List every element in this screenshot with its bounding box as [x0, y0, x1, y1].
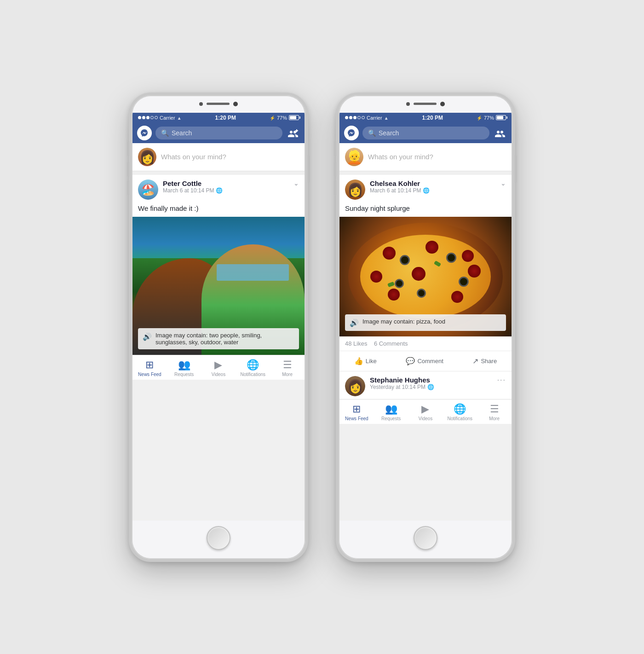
search-icon-1: 🔍: [161, 129, 169, 137]
post-image-2: 🔊 Image may contain: pizza, food: [339, 217, 512, 336]
phone-2: Carrier 1:20 PM 77% 🔍 Search: [336, 93, 515, 562]
status-left-2: Carrier: [345, 115, 389, 121]
next-post-author-2: Stephanie Hughes: [370, 376, 493, 384]
post-time-1: March 6 at 10:14 PM 🌐: [163, 187, 289, 194]
post-header-1: Peter Cottle March 6 at 10:14 PM 🌐 ⌄: [132, 175, 305, 203]
caption-text-2: Image may contain: pizza, food: [362, 318, 445, 325]
post-avatar-1: [138, 179, 158, 200]
share-icon-2: ↗: [472, 357, 478, 365]
requests-icon-1: 👥: [178, 359, 190, 371]
messenger-icon-2[interactable]: [344, 126, 359, 140]
next-post-card-2: Stephanie Hughes Yesterday at 10:14 PM 🌐…: [339, 371, 512, 399]
like-button-2[interactable]: 👍 Like: [347, 353, 384, 369]
notifications-icon-2: 🌐: [454, 403, 466, 415]
carrier-1: Carrier: [160, 115, 175, 121]
next-post-avatar-img-2: [345, 376, 365, 396]
comment-button-2[interactable]: 💬 Comment: [398, 353, 450, 369]
nav-label-newsfeed-1: News Feed: [138, 372, 161, 377]
more-icon-2: ☰: [490, 403, 499, 415]
user-avatar-img-2: [345, 148, 363, 166]
user-avatar-1: [138, 148, 156, 166]
phone-1: Carrier 1:20 PM 77% 🔍 Search: [129, 93, 308, 562]
phone-top-1: [132, 96, 305, 113]
home-button-2[interactable]: [414, 526, 437, 550]
signal-dot-4: [150, 116, 154, 119]
post-avatar-img-1: [138, 179, 158, 200]
post-options-2[interactable]: ⌄: [500, 179, 506, 187]
user-avatar-img-1: [138, 148, 156, 166]
signal-dot-2-3: [353, 116, 356, 119]
nav-newsfeed-2[interactable]: ⊞ News Feed: [339, 402, 374, 422]
nav-label-newsfeed-2: News Feed: [345, 416, 368, 421]
newsfeed-icon-2: ⊞: [352, 403, 361, 415]
nav-notifications-1[interactable]: 🌐 Notifications: [236, 358, 270, 378]
post-meta-1: Peter Cottle March 6 at 10:14 PM 🌐: [163, 179, 289, 194]
nav-videos-2[interactable]: ▶ Videos: [408, 402, 443, 422]
screen-content-1: Whats on your mind? Peter Cottle March 6…: [132, 143, 305, 521]
front-camera-1: [199, 102, 203, 106]
status-update-box-1[interactable]: Whats on your mind?: [132, 143, 305, 171]
search-bar-1[interactable]: 🔍 Search: [155, 127, 282, 139]
camera-lens-1: [233, 102, 238, 106]
fb-navbar-1: 🔍 Search: [132, 123, 305, 143]
status-left-1: Carrier: [138, 115, 182, 121]
nav-label-requests-1: Requests: [174, 372, 194, 377]
requests-icon-2: 👥: [385, 403, 397, 415]
status-placeholder-2[interactable]: Whats on your mind?: [368, 153, 433, 161]
more-icon-1: ☰: [283, 359, 292, 371]
search-bar-2[interactable]: 🔍 Search: [362, 127, 489, 139]
like-icon-2: 👍: [354, 357, 363, 365]
nav-label-requests-2: Requests: [381, 416, 401, 421]
videos-icon-1: ▶: [214, 359, 222, 371]
nav-newsfeed-1[interactable]: ⊞ News Feed: [132, 358, 167, 378]
post-author-1: Peter Cottle: [163, 179, 289, 187]
phone-bottom-1: [132, 521, 305, 558]
post-header-2: Chelsea Kohler March 6 at 10:14 PM 🌐 ⌄: [339, 175, 512, 203]
post-card-1: Peter Cottle March 6 at 10:14 PM 🌐 ⌄ We …: [132, 175, 305, 355]
globe-icon-2: 🌐: [423, 187, 430, 194]
signal-dot-2-4: [357, 116, 361, 119]
bottom-nav-1: ⊞ News Feed 👥 Requests ▶ Videos 🌐 Notifi…: [132, 355, 305, 380]
image-caption-2: 🔊 Image may contain: pizza, food: [345, 314, 506, 331]
status-update-box-2[interactable]: Whats on your mind?: [339, 143, 512, 171]
friends-icon-1[interactable]: [286, 126, 300, 140]
nav-notifications-2[interactable]: 🌐 Notifications: [443, 402, 477, 422]
next-post-meta-2: Stephanie Hughes Yesterday at 10:14 PM 🌐: [370, 376, 493, 390]
bt-icon-1: [270, 115, 275, 121]
next-post-avatar-2: [345, 376, 365, 396]
next-post-options-2[interactable]: ···: [497, 376, 506, 384]
nav-requests-2[interactable]: 👥 Requests: [374, 402, 408, 422]
next-post-time-2: Yesterday at 10:14 PM 🌐: [370, 384, 493, 390]
post-card-2: Chelsea Kohler March 6 at 10:14 PM 🌐 ⌄ S…: [339, 175, 512, 371]
speaker-1: [207, 103, 230, 105]
time-2: 1:20 PM: [422, 115, 443, 121]
friends-icon-2[interactable]: [493, 126, 507, 140]
image-caption-1: 🔊 Image may contain: two people, smiling…: [138, 328, 299, 349]
fb-navbar-2: 🔍 Search: [339, 123, 512, 143]
messenger-icon-1[interactable]: [137, 126, 152, 140]
signal-dot-2-2: [349, 116, 352, 119]
sound-icon-2: 🔊: [350, 318, 359, 327]
home-button-1[interactable]: [207, 526, 230, 550]
speaker-2: [414, 103, 437, 105]
nav-more-1[interactable]: ☰ More: [270, 358, 305, 378]
signal-dot-2: [142, 116, 145, 119]
battery-fill-1: [290, 116, 296, 119]
user-avatar-2: [345, 148, 363, 166]
nav-requests-1[interactable]: 👥 Requests: [167, 358, 201, 378]
share-button-2[interactable]: ↗ Share: [465, 353, 504, 369]
signal-dots-2: [345, 116, 365, 119]
post-avatar-img-2: [345, 179, 365, 200]
nav-more-2[interactable]: ☰ More: [477, 402, 512, 422]
phone-bottom-2: [339, 521, 512, 558]
battery-fill-2: [497, 116, 503, 119]
status-placeholder-1[interactable]: Whats on your mind?: [161, 153, 226, 161]
signal-dot-2-5: [362, 116, 365, 119]
nav-videos-1[interactable]: ▶ Videos: [201, 358, 236, 378]
post-options-1[interactable]: ⌄: [293, 179, 299, 187]
wifi-icon-1: [177, 115, 182, 121]
post-author-2: Chelsea Kohler: [370, 179, 496, 187]
search-placeholder-2: Search: [379, 129, 399, 137]
camera-lens-2: [440, 102, 445, 106]
battery-icon-1: [289, 115, 299, 120]
